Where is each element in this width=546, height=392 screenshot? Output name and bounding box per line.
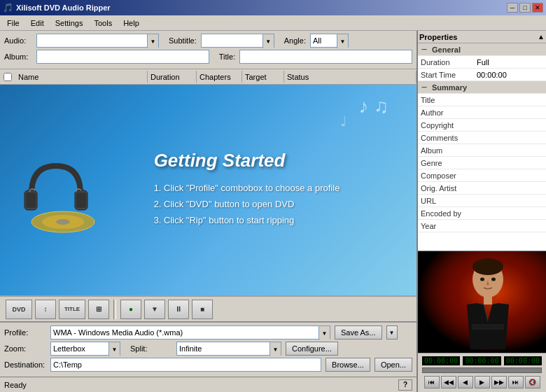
- play-button[interactable]: ●: [120, 300, 141, 319]
- menu-file[interactable]: File: [1, 18, 25, 29]
- col-name: Name: [15, 71, 148, 83]
- menu-edit[interactable]: Edit: [25, 18, 50, 29]
- dest-input[interactable]: [50, 358, 321, 372]
- preview-image: [418, 251, 546, 353]
- svg-rect-6: [26, 192, 36, 208]
- group-summary: ─ Summary: [418, 81, 546, 94]
- profile-label: Profile:: [4, 328, 46, 337]
- eject-button[interactable]: ↕: [35, 300, 56, 319]
- general-collapse[interactable]: ─: [419, 46, 429, 53]
- title-bar: 🎵 Xilisoft DVD Audio Ripper ─ □ ✕: [0, 0, 546, 15]
- audio-value: [37, 34, 147, 47]
- col-status: Status: [284, 71, 416, 83]
- ctrl-forward[interactable]: ▶▶: [491, 376, 507, 388]
- music-notes: ♪ ♫: [358, 95, 388, 118]
- status-bar: Ready ?: [0, 377, 416, 392]
- help-button[interactable]: ?: [398, 379, 412, 391]
- minimize-button[interactable]: ─: [507, 3, 518, 13]
- dest-label: Destination:: [4, 360, 46, 369]
- ctrl-back[interactable]: ◀: [458, 376, 473, 388]
- duration-val: Full: [474, 58, 546, 66]
- table-header: Name Duration Chapters Target Status: [0, 69, 416, 85]
- audio-label: Audio:: [4, 36, 32, 45]
- prop-album: Album: [418, 144, 546, 157]
- prop-year-key: Year: [418, 222, 474, 230]
- getting-started: Getting Started 1. Click "Profile" combo…: [56, 136, 361, 245]
- time-current: 00:00:00: [463, 356, 500, 365]
- subtitle-arrow[interactable]: ▼: [262, 34, 274, 48]
- summary-collapse[interactable]: ─: [419, 83, 429, 91]
- maximize-button[interactable]: □: [519, 3, 531, 13]
- pause-button[interactable]: ⏸: [168, 300, 189, 319]
- svg-point-11: [472, 258, 503, 275]
- prop-url-key: URL: [418, 197, 474, 205]
- configure-button[interactable]: Configure...: [286, 342, 338, 356]
- ctrl-play[interactable]: ▶: [475, 376, 490, 388]
- col-chapters: Chapters: [197, 71, 242, 83]
- audio-row: Audio: ▼ Subtitle: ▼ Angle: All ▼: [4, 34, 412, 48]
- check-all[interactable]: [0, 73, 15, 81]
- profile-combo[interactable]: WMA - Windows Media Audio (*.wma) ▼: [50, 326, 330, 340]
- angle-combo[interactable]: All ▼: [310, 34, 349, 48]
- prop-title: Title: [418, 94, 546, 106]
- control-row: ⏮ ◀◀ ◀ ▶ ▶▶ ⏭ 🔇: [420, 374, 544, 390]
- check-all-checkbox[interactable]: [4, 73, 12, 81]
- duration-key: Duration: [418, 58, 474, 66]
- toolbar: DVD ↕ TITLE ⊞ ● ▼ ⏸ ■: [0, 295, 416, 322]
- right-panel: Properties ▲ ─ General Duration Full Sta…: [416, 31, 546, 392]
- svg-point-12: [480, 278, 484, 281]
- profile-arrow[interactable]: ▼: [318, 326, 330, 340]
- dvd-button[interactable]: DVD: [6, 300, 32, 319]
- menu-tools[interactable]: Tools: [88, 18, 118, 29]
- gs-title: Getting Started: [154, 150, 340, 172]
- subtitle-combo[interactable]: ▼: [201, 34, 274, 48]
- browse-button[interactable]: Browse...: [326, 358, 370, 372]
- angle-arrow[interactable]: ▼: [337, 34, 348, 48]
- split-combo[interactable]: Infinite ▼: [176, 342, 281, 356]
- subtitle-label: Subtitle:: [169, 36, 197, 45]
- player-controls: 00:00:00 00:00:00 00:00:00 ⏮ ◀◀ ◀ ▶ ▶▶ ⏭…: [418, 353, 546, 392]
- inputs-area: Audio: ▼ Subtitle: ▼ Angle: All ▼ Album:: [0, 31, 416, 69]
- open-button[interactable]: Open...: [374, 358, 412, 372]
- zoom-combo[interactable]: Letterbox ▼: [50, 342, 120, 356]
- prop-author: Author: [418, 106, 546, 119]
- headphones-illustration: [14, 145, 98, 236]
- prop-comments-key: Comments: [418, 134, 474, 142]
- ctrl-mute[interactable]: 🔇: [525, 376, 540, 388]
- save-as-arrow[interactable]: ▼: [386, 326, 398, 340]
- title-input[interactable]: [239, 50, 412, 64]
- split-arrow[interactable]: ▼: [270, 342, 281, 356]
- prop-composer: Composer: [418, 169, 546, 182]
- time-end: 00:00:00: [504, 356, 542, 365]
- stop-button[interactable]: ■: [192, 300, 213, 319]
- prop-start-time: Start Time 00:00:00: [418, 69, 546, 81]
- audio-combo[interactable]: ▼: [36, 34, 159, 48]
- ctrl-next[interactable]: ⏭: [508, 376, 524, 388]
- title-button[interactable]: TITLE: [59, 300, 85, 319]
- menu-bar: File Edit Settings Tools Help: [0, 15, 546, 31]
- status-text: Ready: [4, 381, 398, 389]
- summary-label: Summary: [429, 83, 485, 92]
- ctrl-rewind[interactable]: ◀◀: [441, 376, 456, 388]
- menu-settings[interactable]: Settings: [50, 18, 89, 29]
- ctrl-prev[interactable]: ⏮: [424, 376, 440, 388]
- col-duration: Duration: [148, 71, 197, 83]
- menu-help[interactable]: Help: [118, 18, 145, 29]
- zoom-value: Letterbox: [51, 342, 108, 355]
- audio-combo-arrow[interactable]: ▼: [147, 34, 158, 48]
- zoom-arrow[interactable]: ▼: [108, 342, 120, 356]
- title-label: Title:: [219, 52, 235, 61]
- dropdown-button[interactable]: ▼: [144, 300, 165, 319]
- left-panel: Audio: ▼ Subtitle: ▼ Angle: All ▼ Album:: [0, 31, 416, 392]
- close-button[interactable]: ✕: [532, 3, 543, 13]
- prop-scroll-up[interactable]: ▲: [538, 33, 545, 41]
- properties-panel: ─ General Duration Full Start Time 00:00…: [418, 43, 546, 251]
- prop-duration: Duration Full: [418, 56, 546, 69]
- progress-bar[interactable]: [422, 368, 542, 373]
- album-input[interactable]: [36, 50, 209, 64]
- prop-comments: Comments: [418, 132, 546, 144]
- zoom-split-row: Zoom: Letterbox ▼ Split: Infinite ▼ Conf…: [4, 342, 412, 356]
- save-as-button[interactable]: Save As...: [335, 326, 382, 340]
- grid-button[interactable]: ⊞: [88, 300, 109, 319]
- properties-header: Properties ▲: [418, 31, 546, 43]
